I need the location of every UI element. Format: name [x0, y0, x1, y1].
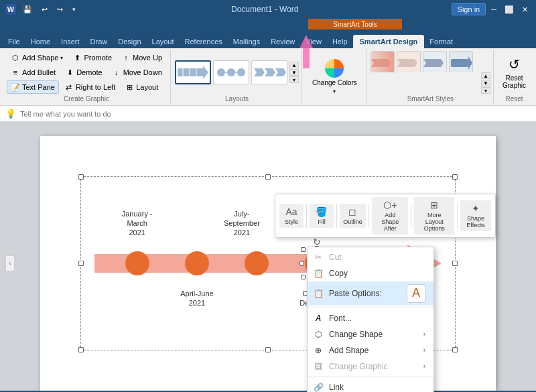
ctx-change-shape[interactable]: ⬡ Change Shape › — [308, 326, 433, 342]
layout-thumb-2[interactable] — [213, 60, 249, 84]
tab-file[interactable]: File — [3, 35, 25, 48]
circle-1[interactable] — [125, 251, 149, 275]
redo-button[interactable]: ↪ — [54, 4, 66, 15]
styles-scroll-down[interactable]: ▼ — [481, 80, 490, 86]
tab-references[interactable]: References — [180, 35, 228, 48]
style-thumb-1[interactable] — [371, 51, 395, 72]
ctx-divider-1 — [308, 308, 433, 308]
ft-fill-button[interactable]: 🪣 Fill — [310, 204, 334, 228]
text-pane-button[interactable]: 📝 Text Pane — [7, 80, 59, 94]
color-circle-icon — [325, 59, 344, 78]
circle-3[interactable] — [245, 251, 269, 275]
ft-fill-icon: 🪣 — [316, 206, 327, 217]
demote-button[interactable]: ⬇ Demote — [61, 66, 107, 79]
tab-insert[interactable]: Insert — [56, 35, 85, 48]
label-jan-march: January -March2021 — [107, 209, 168, 238]
label-july-sep: July-September2021 — [212, 209, 272, 238]
tab-home[interactable]: Home — [25, 35, 56, 48]
add-bullet-button[interactable]: ≡ Add Bullet — [7, 66, 60, 79]
layouts-section: ▲ ▼ ▾ Layouts — [172, 50, 302, 104]
handle-tl[interactable] — [78, 174, 84, 180]
tab-design[interactable]: Design — [113, 35, 146, 48]
change-graphic-arrow: › — [423, 363, 425, 370]
ft-outline-button[interactable]: ◻ Outline — [340, 204, 366, 228]
handle-br[interactable] — [452, 347, 458, 352]
title-bar-right: Sign in ─ ⬜ ✕ — [452, 3, 531, 15]
ft-divider-3 — [368, 204, 369, 228]
circle-2[interactable] — [185, 251, 209, 275]
paste-options-btn[interactable]: A — [407, 284, 425, 303]
styles-scroll-more[interactable]: ▾ — [481, 87, 490, 94]
sel-dot-left — [299, 261, 304, 265]
word-icon: W — [5, 4, 16, 15]
reset-graphic-button[interactable]: ↺ Reset Graphic — [498, 51, 531, 94]
ctx-link[interactable]: 🔗 Link — [308, 379, 433, 393]
restore-button[interactable]: ⬜ — [502, 4, 517, 15]
pink-arrow-indicator — [296, 35, 316, 70]
move-up-button[interactable]: ↑ Move Up — [117, 51, 166, 64]
create-graphic-section: ⬡ Add Shape ▾ ⬆ Promote ↑ Move Up ≡ Add … — [3, 50, 171, 104]
tab-review[interactable]: Review — [265, 35, 300, 48]
svg-marker-14 — [371, 59, 391, 67]
reset-graphic-icon: ↺ — [509, 56, 520, 72]
promote-button[interactable]: ⬆ Promote — [68, 51, 116, 64]
style-thumb-3[interactable] — [423, 51, 447, 72]
add-bullet-row: ≡ Add Bullet ⬇ Demote ↓ Move Down — [7, 66, 166, 79]
styles-scroll-up[interactable]: ▲ — [481, 72, 490, 79]
reset-section: ↺ Reset Graphic Reset — [495, 50, 533, 104]
tab-layout[interactable]: Layout — [147, 35, 180, 48]
tab-smartart-design[interactable]: SmartArt Design — [353, 35, 425, 48]
layout-thumb-1[interactable] — [175, 60, 211, 84]
add-shape-row: ⬡ Add Shape ▾ ⬆ Promote ↑ Move Up — [7, 51, 166, 64]
svg-point-5 — [217, 68, 225, 76]
ft-shape-effects-icon: ✦ — [472, 203, 480, 214]
layout-thumb-3[interactable] — [251, 60, 287, 84]
close-button[interactable]: ✕ — [519, 4, 531, 15]
right-to-left-button[interactable]: ⇄ Right to Left — [60, 80, 119, 94]
lightbulb-icon: 💡 — [5, 109, 16, 119]
smartart-styles-section: ▲ ▼ ▾ SmartArt Styles — [368, 50, 494, 104]
handle-bc[interactable] — [265, 347, 271, 352]
ft-style-button[interactable]: Aa Style — [279, 204, 304, 228]
ctx-paste-options[interactable]: 📋 Paste Options: A — [308, 281, 433, 306]
layout-button[interactable]: ⊞ Layout — [121, 80, 162, 94]
handle-tc[interactable] — [265, 174, 271, 180]
save-button[interactable]: 💾 — [20, 4, 35, 15]
tab-draw[interactable]: Draw — [85, 35, 113, 48]
style-thumb-4[interactable] — [449, 51, 473, 72]
minimize-button[interactable]: ─ — [488, 4, 499, 15]
handle-ml[interactable] — [78, 261, 84, 266]
add-shape-icon: ⬡ — [11, 53, 20, 62]
add-shape-button[interactable]: ⬡ Add Shape ▾ — [7, 51, 67, 64]
tell-me-bar: 💡 — [0, 106, 536, 122]
smartart-tools-label: SmartArt Tools — [308, 19, 402, 29]
handle-tr[interactable] — [452, 174, 458, 180]
undo-button[interactable]: ↩ — [39, 4, 50, 15]
style-thumb-2[interactable] — [397, 51, 421, 72]
collapse-panel-button[interactable]: ‹ — [5, 255, 15, 271]
scroll-more-arrow[interactable]: ▾ — [289, 76, 299, 83]
ctx-divider-2 — [308, 377, 433, 377]
tab-format[interactable]: Format — [424, 35, 458, 48]
rotate-handle[interactable]: ↻ — [313, 237, 321, 247]
label-april-june: April-June2021 — [167, 289, 227, 308]
svg-marker-13 — [299, 35, 313, 68]
handle-bl[interactable] — [78, 347, 84, 352]
svg-point-6 — [227, 68, 235, 76]
ft-add-shape-button[interactable]: ⬡+ Add Shape After — [372, 197, 408, 235]
ctx-copy[interactable]: 📋 Copy — [308, 265, 433, 281]
handle-mr[interactable] — [452, 261, 458, 266]
tab-help[interactable]: Help — [327, 35, 353, 48]
signin-button[interactable]: Sign in — [452, 3, 486, 15]
add-shape-arrow: › — [423, 346, 425, 354]
ft-shape-effects-button[interactable]: ✦ Shape Effects — [460, 200, 491, 231]
tell-me-input[interactable] — [20, 110, 181, 118]
ctx-font[interactable]: A Font... — [308, 310, 433, 326]
ft-more-layout-button[interactable]: ⊞ More Layout Options — [414, 197, 454, 235]
svg-point-7 — [237, 68, 245, 76]
sel-dot-bl — [301, 275, 306, 279]
tab-mailings[interactable]: Mailings — [228, 35, 265, 48]
ctx-add-shape[interactable]: ⊕ Add Shape › — [308, 342, 433, 358]
move-down-button[interactable]: ↓ Move Down — [108, 66, 166, 79]
customize-qat-button[interactable]: ▾ — [70, 5, 78, 14]
